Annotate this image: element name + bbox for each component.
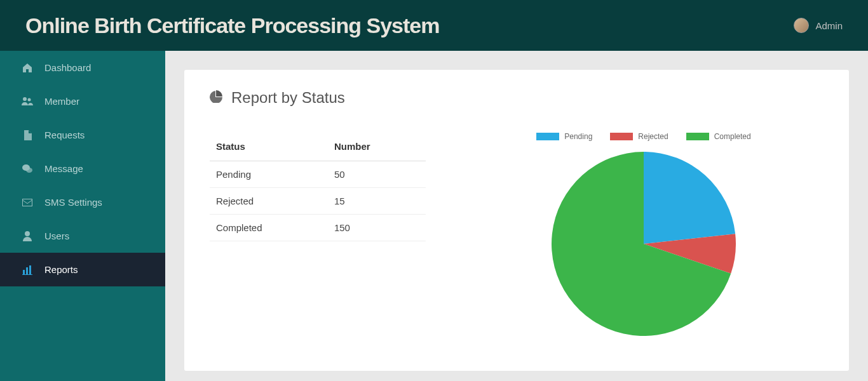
sidebar: Dashboard Member Requests Message SMS Se… (0, 51, 165, 381)
sidebar-item-sms-settings[interactable]: SMS Settings (0, 185, 165, 219)
legend-item-completed: Completed (686, 132, 751, 141)
legend-label: Rejected (638, 132, 668, 141)
cell-status: Rejected (210, 188, 328, 215)
svg-rect-6 (26, 267, 28, 274)
app-title: Online Birth Certificate Processing Syst… (25, 13, 439, 38)
user-icon (22, 231, 33, 241)
sidebar-item-label: Dashboard (44, 62, 91, 73)
sidebar-item-member[interactable]: Member (0, 84, 165, 118)
card-title: Report by Status (210, 89, 824, 107)
legend-swatch (610, 133, 633, 140)
svg-point-4 (25, 231, 30, 236)
sidebar-item-label: SMS Settings (44, 197, 102, 208)
svg-point-1 (28, 98, 31, 101)
user-menu[interactable]: Admin (794, 18, 843, 33)
sidebar-item-label: Message (44, 163, 83, 174)
users-icon (22, 97, 33, 107)
cell-status: Completed (210, 215, 328, 241)
chat-icon (22, 164, 33, 174)
svg-point-0 (23, 97, 27, 101)
cell-number: 15 (328, 188, 426, 215)
sidebar-item-message[interactable]: Message (0, 152, 165, 185)
legend-item-pending: Pending (536, 132, 592, 141)
main: Report by Status Status Number Pe (165, 51, 868, 381)
pie-chart (548, 149, 739, 339)
legend-item-rejected: Rejected (610, 132, 668, 141)
container: Dashboard Member Requests Message SMS Se… (0, 51, 868, 381)
home-icon (22, 63, 33, 73)
cell-status: Pending (210, 161, 328, 188)
svg-rect-7 (29, 265, 31, 274)
pie-chart-icon (210, 89, 222, 107)
user-label: Admin (815, 20, 843, 31)
table-row: Pending 50 (210, 161, 426, 188)
report-card: Report by Status Status Number Pe (184, 70, 849, 371)
sidebar-item-dashboard[interactable]: Dashboard (0, 51, 165, 84)
col-status: Status (210, 132, 328, 161)
pie-slice-pending (644, 152, 735, 244)
file-icon (22, 130, 33, 140)
header: Online Birth Certificate Processing Syst… (0, 0, 868, 51)
sidebar-item-users[interactable]: Users (0, 219, 165, 253)
table-row: Completed 150 (210, 215, 426, 241)
table-row: Rejected 15 (210, 188, 426, 215)
sidebar-item-label: Requests (44, 130, 85, 140)
cell-number: 150 (328, 215, 426, 241)
legend-label: Pending (564, 132, 592, 141)
col-number: Number (328, 132, 426, 161)
sidebar-item-label: Member (44, 96, 79, 107)
chart-column: Pending Rejected Completed (464, 132, 824, 339)
envelope-icon (22, 199, 33, 206)
content-row: Status Number Pending 50 Rejected (210, 132, 824, 339)
status-table-wrapper: Status Number Pending 50 Rejected (210, 132, 426, 339)
sidebar-item-label: Users (44, 231, 69, 241)
sidebar-item-requests[interactable]: Requests (0, 118, 165, 152)
chart-legend: Pending Rejected Completed (536, 132, 750, 141)
legend-label: Completed (714, 132, 751, 141)
status-table: Status Number Pending 50 Rejected (210, 132, 426, 241)
sidebar-item-reports[interactable]: Reports (0, 253, 165, 286)
svg-rect-8 (22, 274, 32, 275)
avatar (794, 18, 809, 33)
bar-chart-icon (22, 265, 33, 275)
legend-swatch (686, 133, 709, 140)
svg-point-3 (26, 168, 32, 173)
legend-swatch (536, 133, 559, 140)
sidebar-item-label: Reports (44, 264, 78, 275)
card-title-text: Report by Status (231, 89, 345, 107)
cell-number: 50 (328, 161, 426, 188)
svg-rect-5 (23, 270, 25, 274)
